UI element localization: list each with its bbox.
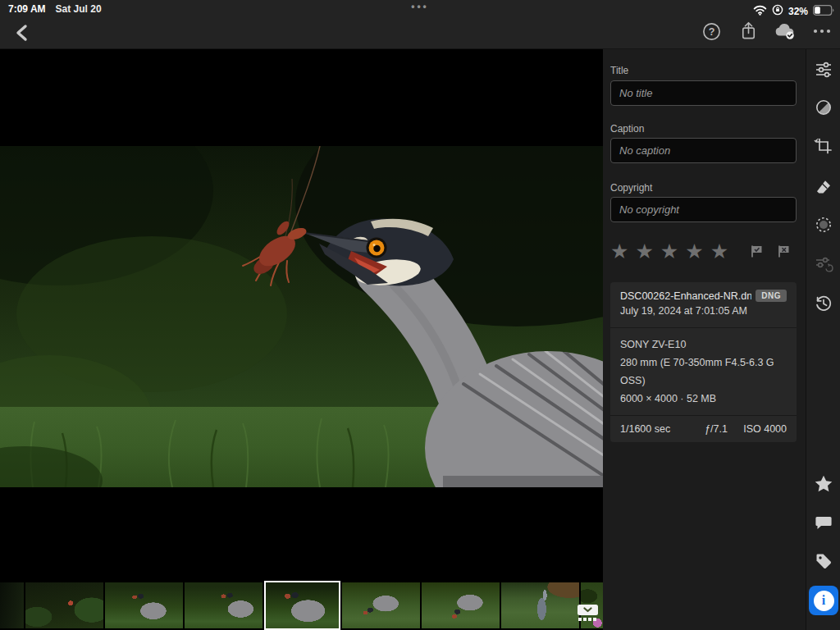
star-icon[interactable]: ★	[660, 241, 678, 262]
info-icon: i	[814, 591, 834, 611]
share-icon	[738, 21, 759, 42]
shutter-speed: 1/1600 sec	[620, 423, 670, 435]
filmstrip-thumb[interactable]	[25, 582, 103, 628]
exposure-section: 1/1600 sec ƒ/7.1 ISO 4000	[610, 415, 797, 442]
multitask-indicator[interactable]: •••	[411, 1, 429, 12]
rotation-lock-icon	[772, 4, 783, 18]
more-icon	[812, 21, 832, 41]
edit-adjustments-button[interactable]	[811, 57, 836, 82]
caption-input[interactable]	[610, 138, 797, 163]
cloud-sync-button[interactable]	[774, 20, 797, 43]
star-rail-icon	[813, 473, 834, 495]
tool-rail: i	[806, 49, 840, 630]
filmstrip-thumb[interactable]	[264, 581, 340, 630]
lens-blur-icon	[814, 253, 833, 273]
filmstrip-thumb[interactable]	[501, 582, 579, 628]
back-icon	[13, 23, 30, 43]
flag-reject-button[interactable]	[775, 243, 792, 259]
filmstrip-collapse-button[interactable]	[578, 605, 598, 615]
title-input[interactable]	[610, 80, 797, 106]
clock-date: Sat Jul 20	[56, 3, 102, 15]
info-button[interactable]: i	[809, 586, 838, 615]
tag-icon	[814, 551, 833, 571]
filmstrip-dots-icon	[578, 618, 596, 621]
comment-icon	[814, 513, 833, 532]
copyright-label: Copyright	[610, 182, 652, 194]
image-size: 6000 × 4000 · 52 MB	[620, 390, 787, 408]
healing-icon	[814, 177, 833, 197]
cloud-sync-icon	[774, 21, 797, 41]
healing-button[interactable]	[811, 175, 836, 199]
copyright-input[interactable]	[610, 197, 797, 222]
filmstrip-thumb[interactable]	[342, 582, 420, 628]
title-label: Title	[610, 65, 628, 76]
toolbar-right: ?	[700, 20, 833, 43]
flag-pick-icon	[748, 243, 765, 259]
keywords-button[interactable]	[811, 549, 836, 573]
comments-button[interactable]	[811, 510, 836, 535]
lens-info: 280 mm (E 70-350mm F4.5-6.3 G OSS)	[620, 354, 787, 390]
flag-group	[748, 243, 797, 259]
help-button[interactable]: ?	[700, 20, 723, 43]
battery-icon	[813, 5, 834, 18]
format-badge: DNG	[756, 290, 787, 302]
lightroom-screen: 7:09 AM Sat Jul 20 ••• 32%	[0, 0, 840, 630]
help-icon: ?	[701, 21, 722, 42]
filmstrip-thumb[interactable]	[105, 582, 183, 628]
status-right: 32%	[753, 4, 834, 18]
share-button[interactable]	[737, 20, 760, 43]
filmstrip-thumb[interactable]	[422, 582, 500, 628]
presets-icon	[814, 98, 833, 117]
filmstrip-thumb[interactable]	[185, 582, 262, 628]
crop-icon	[814, 136, 833, 156]
star-rating: ★★★★★	[610, 241, 728, 262]
metadata-panel: Title Caption Copyright ★★★★★	[603, 49, 806, 630]
flag-pick-button[interactable]	[748, 243, 765, 259]
file-name: DSC00262-Enhanced-NR.dng	[620, 290, 751, 302]
more-button[interactable]	[810, 20, 833, 43]
header-bar: 7:09 AM Sat Jul 20 ••• 32%	[0, 0, 840, 49]
star-icon[interactable]: ★	[610, 241, 628, 262]
edit-adjustments-icon	[814, 60, 833, 80]
rating-row: ★★★★★	[610, 236, 797, 266]
capture-date: July 19, 2024 at 7:01:05 AM	[620, 302, 787, 320]
filmstrip-thumb[interactable]	[0, 582, 24, 628]
flag-reject-icon	[775, 243, 792, 259]
camera-model: SONY ZV-E10	[620, 336, 787, 354]
rating-review-button[interactable]	[811, 472, 836, 496]
star-icon[interactable]: ★	[635, 241, 653, 262]
photo-viewer	[0, 49, 603, 574]
status-left: 7:09 AM Sat Jul 20	[8, 3, 102, 15]
chevron-down-icon	[583, 607, 592, 613]
aperture: ƒ/7.1	[705, 423, 728, 435]
star-icon[interactable]: ★	[685, 241, 703, 262]
wifi-icon	[753, 5, 767, 18]
star-icon[interactable]: ★	[710, 241, 728, 262]
file-section: DSC00262-Enhanced-NR.dng DNG July 19, 20…	[610, 282, 797, 327]
masking-button[interactable]	[811, 212, 836, 237]
clock-time: 7:09 AM	[8, 3, 46, 15]
crop-button[interactable]	[811, 134, 836, 158]
file-info-card: DSC00262-Enhanced-NR.dng DNG July 19, 20…	[610, 282, 797, 442]
photo-canvas[interactable]	[0, 146, 603, 487]
versions-button[interactable]	[811, 291, 836, 316]
filmstrip	[0, 574, 603, 630]
iso-value: ISO 4000	[743, 423, 787, 435]
presets-button[interactable]	[811, 95, 836, 120]
lens-blur-button[interactable]	[811, 251, 836, 276]
battery-percent: 32%	[788, 6, 808, 17]
camera-section: SONY ZV-E10 280 mm (E 70-350mm F4.5-6.3 …	[610, 327, 797, 415]
versions-icon	[814, 294, 833, 313]
filmstrip-track	[0, 574, 603, 630]
masking-icon	[814, 215, 833, 235]
back-button[interactable]	[10, 21, 33, 44]
caption-label: Caption	[610, 123, 644, 135]
svg-text:?: ?	[708, 25, 714, 37]
